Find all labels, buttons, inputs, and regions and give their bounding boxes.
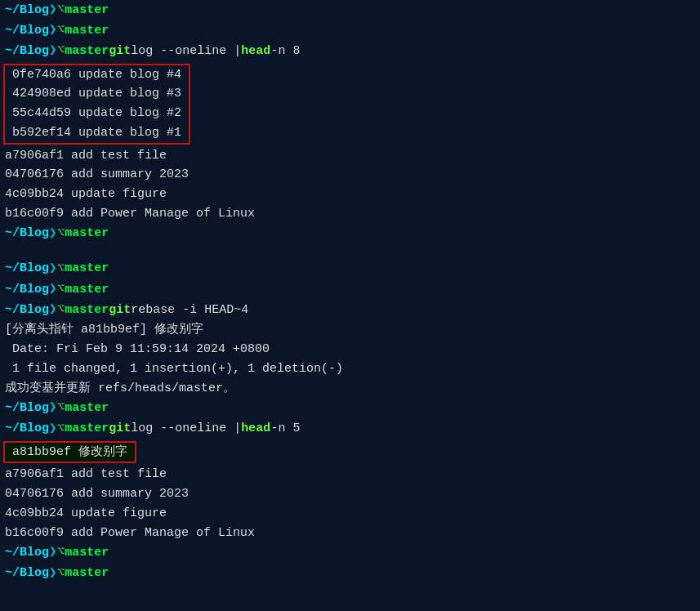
terminal: ~/Blog ❯ ⌥ master ~/Blog ❯ ⌥ master ~/Bl… — [0, 0, 700, 584]
chevron-icon-6: ❯ — [49, 280, 57, 299]
commit-line-1: 0fe740a6 update blog #4 — [7, 65, 186, 85]
commit-line-7: 4c09bb24 update figure — [0, 185, 700, 204]
commit-line-4: b592ef14 update blog #1 — [7, 123, 186, 143]
prompt-line-4: ~/Blog ❯ ⌥ master — [0, 224, 700, 244]
branch-icon-4: ⌥ — [57, 225, 65, 243]
chevron-icon-2: ❯ — [49, 21, 57, 40]
chevron-icon-8: ❯ — [49, 399, 57, 417]
separator-1 — [0, 244, 700, 259]
commit-line-6: 04706176 add summary 2023 — [0, 165, 700, 185]
branch-icon-10: ⌥ — [57, 543, 65, 562]
prompt-line-2: ~/Blog ❯ ⌥ master — [0, 20, 700, 41]
branch-icon-2: ⌥ — [57, 21, 65, 40]
prompt-line-10: ~/Blog ❯ ⌥ master — [0, 542, 700, 563]
commit-line-9: a81bb9ef 修改别字 — [7, 443, 132, 462]
rebase-output-4: 成功变基并更新 refs/heads/master。 — [0, 379, 700, 399]
prompt-line-9: ~/Blog ❯ ⌥ master git log --oneline | he… — [0, 419, 700, 439]
git-command-2: git — [109, 301, 131, 319]
highlighted-commits-block: 0fe740a6 update blog #4 424908ed update … — [3, 64, 190, 145]
commit-line-5: a7906af1 add test file — [0, 146, 700, 166]
chevron-icon-10: ❯ — [49, 543, 57, 562]
rebase-output-1: [分离头指针 a81bb9ef] 修改别字 — [0, 320, 700, 340]
chevron-icon-7: ❯ — [49, 301, 57, 319]
head-command-1: head — [241, 42, 270, 60]
branch-icon-1: ⌥ — [57, 1, 65, 20]
git-command-3: git — [109, 420, 131, 438]
commit-line-12: 4c09bb24 update figure — [0, 504, 700, 524]
chevron-icon-5: ❯ — [49, 260, 57, 279]
commit-line-8: b16c00f9 add Power Manage of Linux — [0, 204, 700, 224]
prompt-line-6: ~/Blog ❯ ⌥ master — [0, 279, 700, 300]
branch-icon-7: ⌥ — [57, 301, 65, 319]
commit-line-2: 424908ed update blog #3 — [7, 84, 186, 104]
branch-icon-9: ⌥ — [57, 420, 65, 439]
chevron-icon-9: ❯ — [49, 420, 57, 439]
prompt-line-3: ~/Blog ❯ ⌥ master git log --oneline | he… — [0, 41, 700, 61]
prompt-line-8: ~/Blog ❯ ⌥ master — [0, 398, 700, 418]
prompt-line-5: ~/Blog ❯ ⌥ master — [0, 259, 700, 279]
chevron-icon-11: ❯ — [49, 564, 57, 583]
prompt-line-1: ~/Blog ❯ ⌥ master — [0, 0, 700, 20]
highlighted-commits-block-2: a81bb9ef 修改别字 — [3, 441, 136, 464]
commit-line-13: b16c00f9 add Power Manage of Linux — [0, 524, 700, 543]
branch-icon-5: ⌥ — [57, 260, 65, 279]
branch-icon-3: ⌥ — [57, 42, 65, 60]
commit-line-10: a7906af1 add test file — [0, 465, 700, 484]
git-command-1: git — [109, 42, 131, 60]
branch-icon-11: ⌥ — [57, 564, 65, 583]
chevron-icon-4: ❯ — [49, 225, 57, 243]
prompt-line-7: ~/Blog ❯ ⌥ master git rebase -i HEAD~4 — [0, 300, 700, 320]
chevron-icon-1: ❯ — [49, 1, 57, 20]
chevron-icon-3: ❯ — [49, 42, 57, 60]
prompt-line-11: ~/Blog ❯ ⌥ master — [0, 564, 700, 584]
branch-icon-6: ⌥ — [57, 280, 65, 299]
rebase-output-3: 1 file changed, 1 insertion(+), 1 deleti… — [0, 359, 700, 379]
commit-line-3: 55c44d59 update blog #2 — [7, 104, 186, 123]
head-command-2: head — [241, 420, 270, 438]
branch-icon-8: ⌥ — [57, 399, 65, 417]
rebase-output-2: Date: Fri Feb 9 11:59:14 2024 +0800 — [0, 340, 700, 359]
commit-line-11: 04706176 add summary 2023 — [0, 484, 700, 504]
